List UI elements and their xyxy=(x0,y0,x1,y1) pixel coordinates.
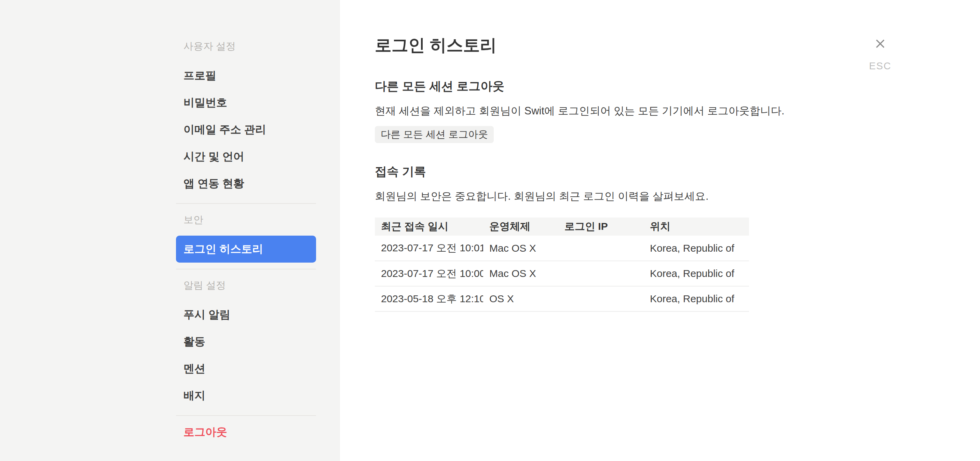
sidebar-item-profile[interactable]: 프로필 xyxy=(176,62,316,89)
logout-all-sessions-button[interactable]: 다른 모든 세션 로그아웃 xyxy=(375,126,494,143)
page-title: 로그인 히스토리 xyxy=(375,35,751,55)
close-button[interactable] xyxy=(871,34,890,53)
table-row: 2023-07-17 오전 10:01 Mac OS X Korea, Repu… xyxy=(375,236,749,261)
access-log-description: 회원님의 보안은 중요합니다. 회원님의 최근 로그인 이력을 살펴보세요. xyxy=(375,189,751,204)
cell-login-ip xyxy=(558,261,644,286)
cell-last-access: 2023-05-18 오후 12:10 xyxy=(375,286,483,311)
cell-location: Korea, Republic of xyxy=(644,236,749,261)
cell-os: Mac OS X xyxy=(483,261,558,286)
close-icon xyxy=(874,37,887,50)
sidebar-group: 알림 설정 푸시 알림 활동 멘션 배지 xyxy=(176,277,316,416)
cell-login-ip xyxy=(558,236,644,261)
cell-os: Mac OS X xyxy=(483,236,558,261)
table-row: 2023-05-18 오후 12:10 OS X Korea, Republic… xyxy=(375,286,749,311)
header-last-access: 최근 접속 일시 xyxy=(375,217,483,236)
sidebar-item-password[interactable]: 비밀번호 xyxy=(176,89,316,116)
sidebar-item-time-language[interactable]: 시간 및 언어 xyxy=(176,143,316,170)
sidebar-item-login-history[interactable]: 로그인 히스토리 xyxy=(176,236,316,263)
sidebar-group-items: 로그인 히스토리 xyxy=(176,236,316,263)
sidebar-group-items: 푸시 알림 활동 멘션 배지 xyxy=(176,301,316,409)
sidebar-group-label: 보안 xyxy=(176,212,316,227)
sidebar-divider xyxy=(176,415,316,416)
logout-all-section: 다른 모든 세션 로그아웃 현재 세션을 제외하고 회원님이 Swit에 로그인… xyxy=(375,78,751,143)
header-os: 운영체제 xyxy=(483,217,558,236)
table-header-row: 최근 접속 일시 운영체제 로그인 IP 위치 xyxy=(375,217,749,236)
sidebar-nav: 사용자 설정 프로필 비밀번호 이메일 주소 관리 시간 및 언어 앱 연동 현… xyxy=(176,0,316,446)
settings-sidebar: 사용자 설정 프로필 비밀번호 이메일 주소 관리 시간 및 언어 앱 연동 현… xyxy=(0,0,340,461)
login-history-table-body: 2023-07-17 오전 10:01 Mac OS X Korea, Repu… xyxy=(375,236,749,311)
header-login-ip: 로그인 IP xyxy=(558,217,644,236)
settings-panel: 로그인 히스토리 다른 모든 세션 로그아웃 현재 세션을 제외하고 회원님이 … xyxy=(340,0,980,461)
login-history-content: 로그인 히스토리 다른 모든 세션 로그아웃 현재 세션을 제외하고 회원님이 … xyxy=(375,0,751,312)
sidebar-divider xyxy=(176,269,316,269)
sidebar-group: 사용자 설정 프로필 비밀번호 이메일 주소 관리 시간 및 언어 앱 연동 현… xyxy=(176,38,316,204)
access-log-section: 접속 기록 회원님의 보안은 중요합니다. 회원님의 최근 로그인 이력을 살펴… xyxy=(375,163,751,312)
sidebar-item-logout[interactable]: 로그아웃 xyxy=(176,419,316,446)
sidebar-divider xyxy=(176,203,316,204)
sidebar-item-mentions[interactable]: 멘션 xyxy=(176,355,316,382)
access-log-heading: 접속 기록 xyxy=(375,163,751,179)
cell-last-access: 2023-07-17 오전 10:00 xyxy=(375,261,483,286)
table-row: 2023-07-17 오전 10:00 Mac OS X Korea, Repu… xyxy=(375,261,749,286)
cell-os: OS X xyxy=(483,286,558,311)
cell-location: Korea, Republic of xyxy=(644,261,749,286)
sidebar-item-badge[interactable]: 배지 xyxy=(176,382,316,409)
login-history-table: 최근 접속 일시 운영체제 로그인 IP 위치 2023-07-17 오전 10… xyxy=(375,217,749,312)
sidebar-item-email-management[interactable]: 이메일 주소 관리 xyxy=(176,116,316,143)
logout-all-description: 현재 세션을 제외하고 회원님이 Swit에 로그인되어 있는 모든 기기에서 … xyxy=(375,103,751,119)
sidebar-group: 보안 로그인 히스토리 xyxy=(176,212,316,269)
sidebar-item-activity[interactable]: 활동 xyxy=(176,328,316,355)
esc-label: ESC xyxy=(863,60,897,72)
logout-all-heading: 다른 모든 세션 로그아웃 xyxy=(375,78,751,94)
cell-login-ip xyxy=(558,286,644,311)
header-location: 위치 xyxy=(644,217,749,236)
cell-last-access: 2023-07-17 오전 10:01 xyxy=(375,236,483,261)
sidebar-group-items: 프로필 비밀번호 이메일 주소 관리 시간 및 언어 앱 연동 현황 xyxy=(176,62,316,197)
sidebar-group-label: 사용자 설정 xyxy=(176,38,316,54)
close-area: ESC xyxy=(863,34,897,72)
cell-location: Korea, Republic of xyxy=(644,286,749,311)
sidebar-item-app-integrations[interactable]: 앱 연동 현황 xyxy=(176,170,316,197)
sidebar-group-label: 알림 설정 xyxy=(176,277,316,293)
sidebar-item-push-notifications[interactable]: 푸시 알림 xyxy=(176,301,316,328)
